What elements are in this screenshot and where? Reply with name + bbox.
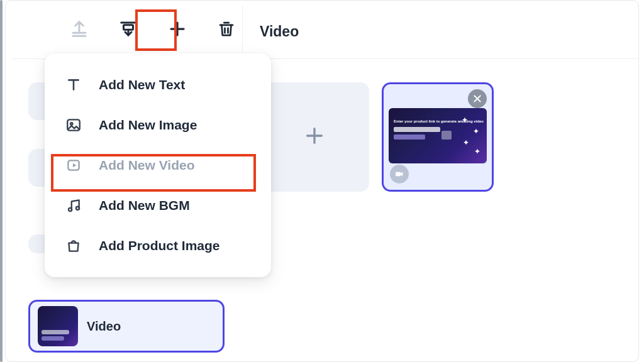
video-thumbnail-tile[interactable]: Enter your product link to generate amaz… — [382, 82, 494, 192]
svg-rect-1 — [396, 172, 401, 177]
sparkle-icon: ✦ — [474, 147, 480, 156]
menu-item-label: Add Product Image — [99, 238, 220, 253]
page-title: Video — [260, 23, 299, 40]
menu-add-product-image[interactable]: Add Product Image — [51, 226, 265, 266]
sidebar-item-video[interactable]: Video — [28, 300, 225, 353]
toolbar — [69, 18, 237, 40]
preview-input-bar — [394, 127, 440, 132]
plus-icon — [304, 125, 325, 149]
align-icon[interactable] — [118, 18, 139, 40]
header-divider — [242, 6, 243, 58]
close-icon[interactable] — [468, 89, 487, 108]
text-icon — [65, 76, 82, 94]
menu-item-label: Add New Video — [99, 158, 194, 173]
upload-icon[interactable] — [69, 18, 90, 40]
play-icon — [441, 131, 452, 140]
music-icon — [65, 197, 82, 214]
video-thumbnail-small — [38, 306, 78, 346]
shopping-bag-icon — [65, 237, 82, 255]
sidebar-item-label: Video — [87, 319, 121, 334]
menu-add-new-text[interactable]: Add New Text — [51, 65, 265, 105]
video-icon — [65, 156, 82, 174]
add-media-tile[interactable] — [260, 82, 369, 192]
add-icon[interactable] — [167, 18, 188, 40]
window-left-edge — [0, 0, 3, 362]
menu-add-new-bgm[interactable]: Add New BGM — [51, 185, 265, 226]
sparkle-icon: ✦ — [463, 138, 469, 147]
svg-point-3 — [70, 123, 72, 124]
sparkle-icon: ✦ — [473, 127, 479, 136]
video-preview: Enter your product link to generate amaz… — [389, 108, 487, 163]
video-camera-icon — [390, 165, 409, 184]
app-frame: Video Video Enter your product link to g… — [5, 0, 639, 362]
add-menu: Add New Text Add New Image Add New Video… — [45, 53, 271, 277]
menu-item-label: Add New BGM — [99, 198, 190, 213]
preview-url-text — [394, 134, 425, 140]
svg-point-5 — [69, 208, 72, 211]
delete-icon[interactable] — [216, 18, 237, 40]
menu-item-label: Add New Text — [99, 77, 185, 92]
menu-item-label: Add New Image — [99, 118, 197, 133]
menu-add-new-video: Add New Video — [51, 145, 265, 185]
svg-point-6 — [76, 207, 79, 210]
menu-add-new-image[interactable]: Add New Image — [51, 105, 265, 145]
sparkle-icon: ✦ — [462, 116, 468, 124]
image-icon — [65, 116, 82, 134]
preview-text: Enter your product link to generate amaz… — [394, 119, 484, 123]
